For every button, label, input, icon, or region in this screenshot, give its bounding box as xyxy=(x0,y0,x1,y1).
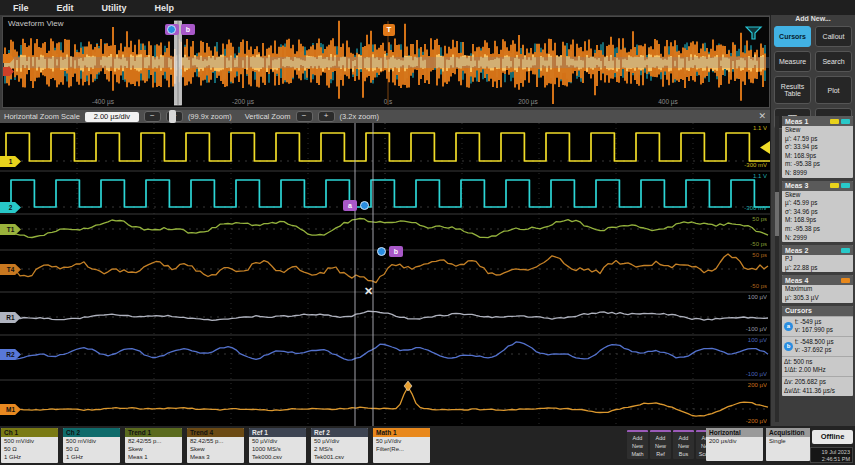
horizontal-badge-value: 200 µs/div xyxy=(706,437,763,445)
panel-meas3[interactable]: Meas 3Skewµ': 45.99 psσ': 34.96 psM: 168… xyxy=(782,181,853,243)
cursor-b-handle-icon[interactable] xyxy=(377,247,386,256)
zoomed-waveform-view[interactable]: a b ✕ 12T1T4R1R2M11.1 V-300 mV1.1 V-300 … xyxy=(0,123,770,426)
sidebar-button-search[interactable]: Search xyxy=(815,51,852,72)
badge-title: Trend 4 xyxy=(187,428,244,437)
scrollbar-handle[interactable] xyxy=(775,192,779,236)
add-new-math-button[interactable]: AddNewMath xyxy=(627,430,648,459)
panel-line: N: 2999 xyxy=(782,234,853,243)
waveform-plot xyxy=(0,123,770,426)
cursor-b-flag[interactable]: b xyxy=(181,24,195,35)
panel-line: M: 168.9ps xyxy=(782,152,853,161)
cursor-drag-crosshair-icon[interactable]: ✕ xyxy=(364,285,373,298)
panel-line: N: 8999 xyxy=(782,169,853,178)
badge-title: Ch 2 xyxy=(63,428,120,437)
panel-meas1[interactable]: Meas 1Skewµ': 47.59 psσ': 33.94 psM: 168… xyxy=(782,116,853,178)
badge-title: Math 1 xyxy=(373,428,430,437)
panel-line: m: -95.38 ps xyxy=(782,160,853,169)
cursor-b-pill[interactable]: b xyxy=(389,246,403,257)
panel-title: Meas 1 xyxy=(785,118,828,125)
cursor-readout-row: Δt: 500 ns1/Δt: 2.00 MHz xyxy=(782,356,853,376)
horizontal-badge-title: Horizontal xyxy=(706,428,763,437)
cursor-line: Δv/Δt: 411.36 µs/s xyxy=(784,387,835,396)
panel-line: µ': 45.99 ps xyxy=(782,199,853,208)
panel-header: Cursors xyxy=(782,306,853,316)
panel-line: µ': 22.88 ps xyxy=(782,264,853,273)
panel-meas4[interactable]: Meas 4Maximumµ': 305.3 µV xyxy=(782,275,853,302)
sidebar-button-callout[interactable]: Callout xyxy=(815,26,852,47)
panel-cursors[interactable]: Cursorsat: -549 µsv: 167.990 psbt: -548.… xyxy=(782,306,853,397)
zoom-control-bar: Horizontal Zoom Scale 2.00 µs/div − + (9… xyxy=(0,110,770,123)
panel-title: Cursors xyxy=(785,307,850,314)
waveform-overview-panel[interactable]: Waveform View -400 µs-200 µs0 s200 µs400… xyxy=(2,16,770,108)
zoom-scale-input[interactable]: 2.00 µs/div xyxy=(85,112,139,122)
badge-line: 50 Ω xyxy=(1,445,58,453)
badge-line: 50 µV/div xyxy=(373,437,430,445)
right-axis-label: -200 µV xyxy=(746,418,767,424)
add-new-bus-button[interactable]: AddNewBus xyxy=(673,430,694,459)
badge-line: 50 µV/div xyxy=(311,437,368,445)
trigger-position-flag[interactable]: T xyxy=(383,24,395,36)
right-axis-label: -50 ps xyxy=(750,241,767,247)
cursor-line: v: 167.990 ps xyxy=(795,326,833,335)
sidebar-button-measure[interactable]: Measure xyxy=(774,51,811,72)
cursor-line: Δv: 205.682 ps xyxy=(784,378,835,387)
overview-axis-tick: 200 µs xyxy=(518,98,538,105)
panel-title: Meas 4 xyxy=(785,277,839,284)
badge-line: 2 MS/s xyxy=(311,445,368,453)
sidebar-button-results-table[interactable]: Results Table xyxy=(774,76,811,104)
panel-header: Meas 3 xyxy=(782,181,853,191)
badge-line: Skew xyxy=(125,445,182,453)
source-chip xyxy=(841,119,850,124)
badge-ref1[interactable]: Ref 150 µV/div1000 MS/sTek000.csv xyxy=(249,428,306,463)
menu-item-utility[interactable]: Utility xyxy=(89,1,140,15)
add-new-ref-button[interactable]: AddNewRef xyxy=(650,430,671,459)
right-axis-label: 1.1 V xyxy=(753,125,767,131)
time-text: 2:46:51 PM xyxy=(813,456,850,463)
cursor-a-icon: a xyxy=(784,322,793,331)
cursor-a-handle-icon[interactable] xyxy=(360,201,369,210)
badge-trend1[interactable]: Trend 182.42/55 p...SkewMeas 1 xyxy=(125,428,182,463)
right-axis-label: 100 µV xyxy=(748,294,767,300)
badge-line: 50 Ω xyxy=(63,445,120,453)
cursor-a-pill[interactable]: a xyxy=(343,200,357,211)
acquisition-badge[interactable]: Acquisition Single xyxy=(766,428,810,461)
cursor-b-icon: b xyxy=(784,342,793,351)
zoom-funnel-icon[interactable] xyxy=(745,26,763,41)
panel-meas2[interactable]: Meas 2PJµ': 22.88 ps xyxy=(782,245,853,272)
right-axis-label: 50 ps xyxy=(752,252,767,258)
badge-trend4[interactable]: Trend 482.42/55 p...SkewMeas 3 xyxy=(187,428,244,463)
results-scrollbar[interactable] xyxy=(775,116,779,422)
menu-item-edit[interactable]: Edit xyxy=(44,1,87,15)
badge-title: Ref 2 xyxy=(311,428,368,437)
right-sidebar: Tektronix Add New... CursorsCalloutMeasu… xyxy=(770,0,855,426)
acquisition-badge-title: Acquisition xyxy=(766,428,810,437)
sidebar-button-plot[interactable]: Plot xyxy=(815,76,852,104)
badge-line: 500 mV/div xyxy=(63,437,120,445)
v-zoom-in-button[interactable]: + xyxy=(318,111,335,122)
add-new-label: Add New... xyxy=(771,15,855,22)
panel-title: Meas 3 xyxy=(785,182,828,189)
zoom-window-grip[interactable] xyxy=(169,110,176,123)
badge-ref2[interactable]: Ref 250 µV/div2 MS/sTek001.csv xyxy=(311,428,368,463)
menu-item-help[interactable]: Help xyxy=(142,1,188,15)
horizontal-badge[interactable]: Horizontal 200 µs/div xyxy=(706,428,763,461)
panel-line: PJ xyxy=(782,255,853,264)
overview-title: Waveform View xyxy=(8,19,64,28)
right-axis-label: 50 ps xyxy=(752,216,767,222)
badge-ch1[interactable]: Ch 1500 mV/div50 Ω1 GHz xyxy=(1,428,58,463)
badge-line: Tek001.csv xyxy=(311,453,368,461)
overview-axis-tick: 400 µs xyxy=(658,98,678,105)
sidebar-button-cursors[interactable]: Cursors xyxy=(774,26,811,47)
menu-item-file[interactable]: File xyxy=(0,1,42,15)
cursor-readout-row: Δv: 205.682 psΔv/Δt: 411.36 µs/s xyxy=(782,376,853,396)
cursor-a-flag[interactable] xyxy=(165,24,179,35)
badge-math1[interactable]: Math 150 µV/divFilter(Re... xyxy=(373,428,430,463)
badge-ch2[interactable]: Ch 2500 mV/div50 Ω1 GHz xyxy=(63,428,120,463)
panel-title: Meas 2 xyxy=(785,247,839,254)
badge-title: Ref 1 xyxy=(249,428,306,437)
v-zoom-out-button[interactable]: − xyxy=(296,111,313,122)
cursor-line: v: -37.692 ps xyxy=(795,346,834,355)
h-zoom-out-button[interactable]: − xyxy=(144,111,161,122)
offline-button[interactable]: Offline xyxy=(812,430,853,444)
zoom-close-button[interactable]: ✕ xyxy=(758,111,766,121)
